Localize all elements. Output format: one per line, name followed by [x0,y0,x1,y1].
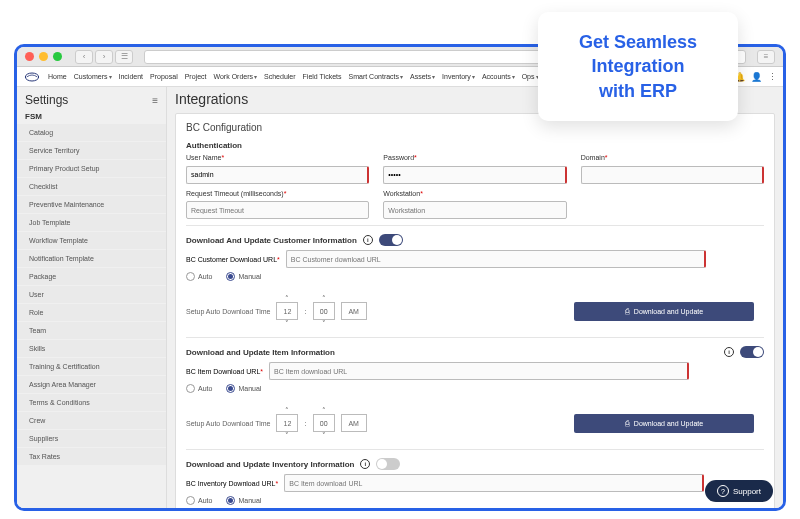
timeout-input[interactable] [186,201,369,219]
item-radio-manual[interactable]: Manual [226,384,261,393]
customer-url-label: BC Customer Download URL* [186,256,280,263]
customer-hh[interactable]: 12 [276,302,298,320]
item-hh[interactable]: 12 [276,414,298,432]
customer-radio-auto[interactable]: Auto [186,272,212,281]
nav-proposal[interactable]: Proposal [150,73,178,80]
nav-home[interactable]: Home [48,73,67,80]
customer-section-title: Download And Update Customer Information… [186,234,764,246]
sidebar-item[interactable]: User [17,286,166,303]
customer-toggle[interactable] [379,234,403,246]
nav-accounts[interactable]: Accounts [482,73,515,80]
maximize-dot[interactable] [53,52,62,61]
hh-down[interactable]: ˅ [285,320,289,327]
nav-customers[interactable]: Customers [74,73,112,80]
sidebar-item[interactable]: Role [17,304,166,321]
minimize-dot[interactable] [39,52,48,61]
main-content: Integrations BC Configuration Authentica… [167,87,783,508]
hh-up[interactable]: ˄ [285,295,289,302]
item-radio-auto[interactable]: Auto [186,384,212,393]
kebab-icon[interactable]: ⋮ [768,72,777,82]
sidebar-item[interactable]: Training & Certification [17,358,166,375]
sidebar-item[interactable]: Catalog [17,124,166,141]
mm-up[interactable]: ˄ [322,407,326,414]
item-url-input[interactable] [269,362,689,380]
domain-label: Domain* [581,154,764,161]
sidebar-item[interactable]: Job Template [17,214,166,231]
sidebar-title: Settings [25,93,68,107]
nav-inventory[interactable]: Inventory [442,73,475,80]
close-dot[interactable] [25,52,34,61]
mm-up[interactable]: ˄ [322,295,326,302]
password-label: Password* [383,154,566,161]
sidebar-item[interactable]: Notification Template [17,250,166,267]
sidebar-item[interactable]: Tax Rates [17,448,166,465]
info-icon[interactable]: i [363,235,373,245]
sidebar-item[interactable]: Checklist [17,178,166,195]
settings-sidebar: Settings ≡ FSM CatalogService TerritoryP… [17,87,167,508]
extra-button[interactable]: ☰ [115,50,133,64]
sidebar-item[interactable]: Assign Area Manager [17,376,166,393]
item-mm[interactable]: 00 [313,414,335,432]
customer-url-input[interactable] [286,250,706,268]
auth-section-title: Authentication [186,141,764,150]
customer-radio-manual[interactable]: Manual [226,272,261,281]
workstation-input[interactable] [383,201,566,219]
callout-line: Get Seamless [579,32,697,52]
timeout-label: Request Timeout (milliseconds)* [186,190,369,197]
sidebar-item[interactable]: Package [17,268,166,285]
sidebar-item[interactable]: Crew [17,412,166,429]
inv-toggle[interactable] [376,458,400,470]
hh-up[interactable]: ˄ [285,407,289,414]
nav-buttons: ‹ › ☰ [75,50,133,64]
sidebar-item[interactable]: Preventive Maintenance [17,196,166,213]
nav-fieldtickets[interactable]: Field Tickets [303,73,342,80]
hh-down[interactable]: ˅ [285,432,289,439]
item-download-button[interactable]: Download and Update [574,414,754,433]
nav-ops[interactable]: Ops [522,73,539,80]
erp-callout: Get Seamless Integration with ERP [538,12,738,121]
item-url-label: BC Item Download URL* [186,368,263,375]
inv-radio-auto[interactable]: Auto [186,496,212,505]
item-ampm[interactable]: AM [341,414,367,432]
nav-assets[interactable]: Assets [410,73,435,80]
nav-incident[interactable]: Incident [119,73,144,80]
user-icon[interactable]: 👤 [751,72,762,82]
password-input[interactable] [383,166,566,184]
sidebar-item[interactable]: Workflow Template [17,232,166,249]
back-button[interactable]: ‹ [75,50,93,64]
sidebar-item[interactable]: Skills [17,340,166,357]
mm-down[interactable]: ˅ [322,320,326,327]
browser-menu[interactable]: ≡ [757,50,775,64]
mm-down[interactable]: ˅ [322,432,326,439]
customer-mm[interactable]: 00 [313,302,335,320]
customer-ampm[interactable]: AM [341,302,367,320]
customer-download-button[interactable]: Download and Update [574,302,754,321]
username-input[interactable] [186,166,369,184]
item-toggle[interactable] [740,346,764,358]
nav-scheduler[interactable]: Scheduler [264,73,296,80]
item-time-label: Setup Auto Download Time [186,420,270,427]
nav-project[interactable]: Project [185,73,207,80]
info-icon[interactable]: i [360,459,370,469]
customer-time-label: Setup Auto Download Time [186,308,270,315]
workstation-label: Workstation* [383,190,566,197]
info-icon[interactable]: i [724,347,734,357]
callout-line: Integration [592,56,685,76]
domain-input[interactable] [581,166,764,184]
sidebar-item[interactable]: Team [17,322,166,339]
sidebar-item[interactable]: Terms & Conditions [17,394,166,411]
sidebar-item[interactable]: Suppliers [17,430,166,447]
sidebar-collapse-icon[interactable]: ≡ [152,95,158,106]
sidebar-item[interactable]: Service Territory [17,142,166,159]
username-label: User Name* [186,154,369,161]
support-button[interactable]: Support [705,480,773,502]
forward-button[interactable]: › [95,50,113,64]
sidebar-category: FSM [17,109,166,124]
nav-workorders[interactable]: Work Orders [214,73,258,80]
sidebar-item[interactable]: Primary Product Setup [17,160,166,177]
app-logo-icon[interactable] [23,70,41,84]
card-title: BC Configuration [186,122,764,133]
inv-url-input[interactable] [284,474,704,492]
nav-smartcontracts[interactable]: Smart Contracts [348,73,403,80]
inv-radio-manual[interactable]: Manual [226,496,261,505]
